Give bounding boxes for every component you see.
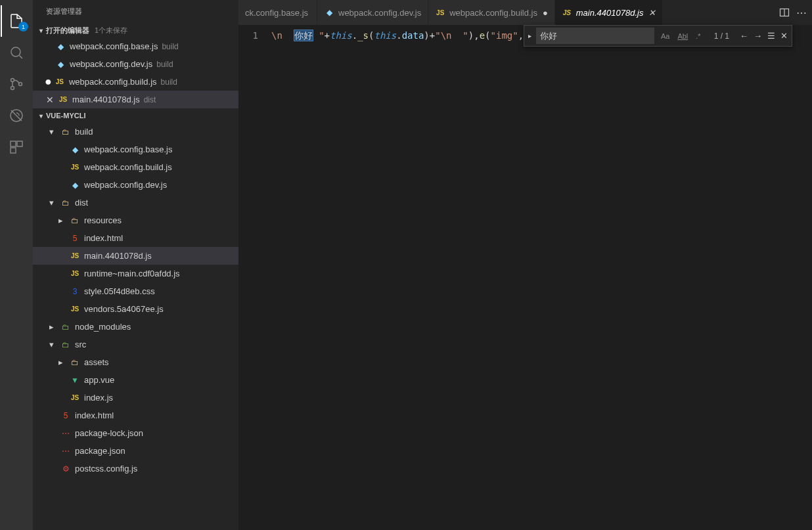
tree-file[interactable]: JSvendors.5a4067ee.js — [33, 300, 238, 318]
tree-folder[interactable]: ▾🗀src — [33, 336, 238, 353]
tree-item-label: postcss.config.js — [75, 464, 137, 474]
debug-icon — [9, 108, 24, 123]
find-prev-icon[interactable]: ← — [740, 31, 748, 41]
tree-file[interactable]: ⋯package-lock.json — [33, 424, 238, 442]
dirty-indicator: ● — [537, 8, 548, 18]
activity-bar: 1 — [0, 0, 33, 530]
js-icon: JS — [562, 7, 572, 18]
more-icon[interactable]: ⋯ — [796, 7, 807, 19]
webpack-icon: ◆ — [70, 144, 80, 155]
tree-item-label: package-lock.json — [75, 428, 143, 438]
chevron-icon: ▾ — [46, 198, 56, 208]
activity-explorer[interactable]: 1 — [1, 5, 32, 37]
tree-folder[interactable]: ▸🗀assets — [33, 353, 238, 371]
open-editors-subtitle: 1个未保存 — [95, 26, 127, 35]
tree-file[interactable]: JSindex.js — [33, 389, 238, 407]
folder-icon: 🗀 — [60, 322, 71, 332]
svg-rect-7 — [11, 148, 16, 153]
tree-folder[interactable]: ▾🗀dist — [33, 194, 238, 211]
tree-folder[interactable]: ▸🗀resources — [33, 211, 238, 229]
tree-file[interactable]: JSwebpack.config.build.js — [33, 158, 238, 176]
webpack-icon: ◆ — [55, 59, 66, 70]
tree-file[interactable]: 5index.html — [33, 229, 238, 247]
project-header[interactable]: ▾ VUE-MYCLI — [33, 108, 238, 123]
activity-extensions[interactable] — [1, 131, 32, 163]
tree-file[interactable]: ▼app.vue — [33, 371, 238, 389]
find-match-case[interactable]: Aa — [658, 31, 672, 41]
tree-file[interactable]: 3style.05f4d8eb.css — [33, 282, 238, 300]
tree-item-label: webpack.config.dev.js — [84, 180, 167, 190]
code-editor[interactable]: 1 \n 你好 "+this._s(this.data)+"\n "),e("i… — [238, 25, 812, 530]
html-icon: 5 — [70, 233, 80, 244]
tree-folder[interactable]: ▸🗀node_modules — [33, 318, 238, 336]
file-name: webpack.config.dev.js — [70, 59, 152, 69]
svg-rect-6 — [17, 141, 22, 146]
find-input[interactable] — [536, 28, 654, 44]
find-next-icon[interactable]: → — [754, 31, 762, 41]
open-editors-list: ◆webpack.config.base.jsbuild◆webpack.con… — [33, 37, 238, 108]
folder-icon: 🗀 — [70, 215, 80, 226]
editor-tab[interactable]: ck.config.base.js — [238, 0, 317, 25]
tree-item-label: style.05f4d8eb.css — [84, 286, 155, 296]
close-icon[interactable]: ✕ — [46, 95, 54, 105]
tab-label: ck.config.base.js — [245, 8, 308, 18]
tree-item-label: webpack.config.base.js — [84, 144, 172, 154]
tree-item-label: build — [75, 127, 93, 137]
find-close-icon[interactable]: ✕ — [780, 31, 788, 41]
tree-item-label: node_modules — [75, 322, 131, 332]
chevron-icon: ▸ — [55, 215, 66, 225]
open-editors-header[interactable]: ▾ 打开的编辑器 1个未保存 — [33, 23, 238, 37]
json-icon: ⋯ — [60, 446, 71, 456]
find-toggle-replace[interactable]: ▸ — [524, 26, 536, 46]
tree-file[interactable]: ⚙postcss.config.js — [33, 460, 238, 477]
split-editor-icon[interactable] — [779, 7, 790, 18]
explorer-sidebar: 资源管理器 ▾ 打开的编辑器 1个未保存 ◆webpack.config.bas… — [33, 0, 238, 530]
open-editor-item[interactable]: ●JSwebpack.config.build.jsbuild — [33, 73, 238, 91]
activity-scm[interactable] — [1, 68, 32, 100]
webpack-icon: ◆ — [324, 7, 334, 18]
tree-item-label: index.html — [84, 233, 123, 243]
tree-file[interactable]: JSmain.4401078d.js — [33, 247, 238, 265]
tab-close-icon[interactable]: ✕ — [643, 8, 656, 18]
open-editor-item[interactable]: ✕JSmain.4401078d.jsdist — [33, 91, 238, 108]
find-selection-icon[interactable]: ☰ — [767, 31, 775, 41]
activity-search[interactable] — [1, 37, 32, 68]
tree-item-label: app.vue — [84, 375, 114, 385]
chevron-down-icon: ▾ — [35, 27, 46, 34]
html-icon: 5 — [60, 410, 71, 421]
folder-icon: 🗀 — [60, 127, 71, 137]
editor-area: ck.config.base.js◆webpack.config.dev.jsJ… — [238, 0, 812, 530]
svg-point-2 — [11, 87, 14, 90]
svg-point-1 — [11, 79, 14, 82]
tree-folder[interactable]: ▾🗀build — [33, 123, 238, 141]
tree-file[interactable]: ◆webpack.config.base.js — [33, 141, 238, 158]
folder-icon: 🗀 — [60, 198, 71, 208]
webpack-icon: ◆ — [70, 180, 80, 190]
editor-tab[interactable]: ◆webpack.config.dev.js — [317, 0, 428, 25]
file-dir: build — [156, 60, 173, 69]
js-icon: JS — [70, 251, 80, 261]
js-icon: JS — [55, 77, 65, 87]
js-icon: JS — [70, 269, 80, 279]
tree-file[interactable]: ◆webpack.config.dev.js — [33, 176, 238, 194]
open-editor-item[interactable]: ◆webpack.config.base.jsbuild — [33, 37, 238, 55]
tree-item-label: runtime~main.cdf0afdd.js — [84, 269, 180, 278]
extensions-icon — [9, 139, 24, 155]
find-whole-word[interactable]: Abl — [675, 31, 690, 41]
activity-debug[interactable] — [1, 100, 32, 131]
tree-file[interactable]: JSruntime~main.cdf0afdd.js — [33, 265, 238, 282]
file-name: webpack.config.base.js — [70, 41, 158, 51]
file-name: main.4401078d.js — [72, 95, 140, 104]
editor-tab[interactable]: JSmain.4401078d.js✕ — [555, 0, 664, 25]
code-line[interactable]: \n 你好 "+this._s(this.data)+"\n "),e("img… — [271, 30, 812, 530]
tree-file[interactable]: 5index.html — [33, 407, 238, 424]
svg-rect-5 — [11, 141, 16, 146]
editor-tab[interactable]: JSwebpack.config.build.js● — [428, 0, 555, 25]
tree-item-label: vendors.5a4067ee.js — [84, 304, 164, 314]
tree-file[interactable]: ⋯package.json — [33, 442, 238, 460]
find-regex[interactable]: .* — [693, 31, 703, 41]
tree-item-label: assets — [84, 357, 109, 367]
find-count: 1 / 1 — [708, 32, 736, 41]
explorer-badge: 1 — [18, 22, 28, 32]
open-editor-item[interactable]: ◆webpack.config.dev.jsbuild — [33, 55, 238, 73]
